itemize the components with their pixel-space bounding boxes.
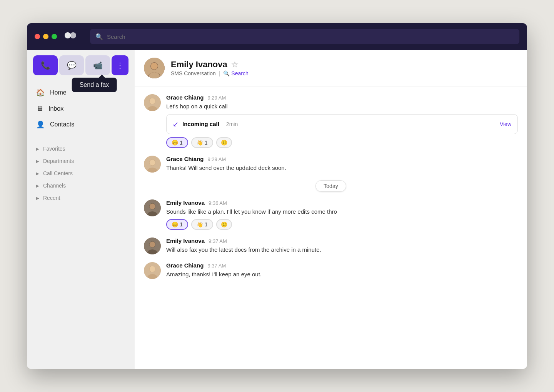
message-group: Grace Chiang 9:29 AM Thanks! Will send o…	[144, 156, 518, 173]
add-reaction-button[interactable]: 🙂	[216, 219, 232, 230]
avatar	[144, 262, 161, 279]
app-logo	[65, 30, 78, 43]
message-group: Grace Chiang 9:29 AM Let's hop on a quic…	[144, 94, 518, 148]
svg-point-1	[70, 32, 76, 38]
messages-list: Grace Chiang 9:29 AM Let's hop on a quic…	[135, 86, 527, 369]
reaction-smile[interactable]: 😊 1	[166, 137, 188, 148]
message-header: Grace Chiang 9:29 AM	[166, 156, 518, 162]
svg-point-0	[65, 32, 71, 38]
chevron-icon: ▶	[36, 184, 39, 188]
date-badge: Today	[315, 180, 346, 192]
reactions: 😊 1 👋 1 🙂	[166, 137, 518, 148]
global-search-bar[interactable]: 🔍	[90, 29, 519, 44]
sidebar-recent[interactable]: ▶ Recent	[36, 192, 125, 204]
phone-tab-button[interactable]: 📞	[33, 55, 58, 75]
chevron-icon: ▶	[36, 147, 39, 151]
svg-point-26	[150, 266, 155, 272]
message-content: Emily Ivanova 9:37 AM Will also fax you …	[166, 238, 518, 254]
view-call-link[interactable]: View	[500, 121, 511, 127]
minimize-button[interactable]	[43, 34, 48, 39]
chat-area: Emily Ivanova ☆ SMS Conversation | 🔍 Sea…	[135, 50, 527, 369]
sidebar-favorites[interactable]: ▶ Favorites	[36, 143, 125, 155]
avatar	[144, 238, 161, 254]
chat-search-link[interactable]: 🔍 Search	[223, 70, 248, 76]
chat-header-info: Emily Ivanova ☆ SMS Conversation | 🔍 Sea…	[171, 60, 518, 76]
close-button[interactable]	[35, 34, 40, 39]
chat-header: Emily Ivanova ☆ SMS Conversation | 🔍 Sea…	[135, 50, 527, 86]
sidebar-item-inbox[interactable]: 🖥 Inbox	[27, 101, 135, 116]
svg-point-10	[150, 98, 155, 104]
message-header: Emily Ivanova 9:37 AM	[166, 238, 518, 244]
sidebar-call-centers[interactable]: ▶ Call Centers	[36, 167, 125, 179]
divider: |	[219, 70, 220, 76]
message-header: Grace Chiang 9:29 AM	[166, 94, 518, 101]
svg-point-14	[150, 159, 155, 165]
reactions: 😊 1 👋 1 🙂	[166, 219, 518, 230]
message-header: Grace Chiang 9:37 AM	[166, 262, 518, 269]
sidebar: 📞 💬 📹 ⋮ Send a fax 🏠	[27, 50, 135, 369]
main-layout: 📞 💬 📹 ⋮ Send a fax 🏠	[27, 50, 527, 369]
inbox-icon: 🖥	[36, 105, 43, 113]
message-content: Grace Chiang 9:29 AM Let's hop on a quic…	[166, 94, 518, 148]
avatar	[144, 94, 161, 111]
avatar	[144, 199, 161, 216]
sidebar-departments[interactable]: ▶ Departments	[36, 155, 125, 167]
svg-point-5	[151, 63, 158, 70]
chevron-icon: ▶	[36, 196, 39, 200]
send-fax-tooltip: Send a fax	[72, 78, 117, 92]
message-text: Will also fax you the latest docs from t…	[166, 246, 518, 254]
chevron-icon: ▶	[36, 159, 39, 163]
incoming-call-card: ↙ Incoming call 2min View	[166, 114, 518, 134]
search-icon: 🔍	[95, 33, 103, 40]
reaction-wave[interactable]: 👋 1	[191, 137, 213, 148]
search-icon: 🔍	[223, 70, 230, 76]
contacts-icon: 👤	[36, 120, 45, 129]
contact-avatar	[144, 58, 165, 78]
reaction-wave[interactable]: 👋 1	[191, 219, 213, 230]
sidebar-sections: ▶ Favorites ▶ Departments ▶ Call Centers…	[27, 136, 135, 207]
message-text: Let's hop on a quick call	[166, 102, 518, 111]
more-button[interactable]: ⋮	[112, 55, 128, 75]
message-text: Sounds like like a plan. I'll let you kn…	[166, 208, 518, 216]
message-icon: 💬	[67, 61, 77, 70]
reaction-smile[interactable]: 😊 1	[166, 219, 188, 230]
avatar	[144, 156, 161, 173]
message-content: Grace Chiang 9:29 AM Thanks! Will send o…	[166, 156, 518, 173]
video-tab-button[interactable]: 📹	[85, 55, 110, 75]
call-info: ↙ Incoming call 2min	[173, 120, 238, 128]
message-content: Grace Chiang 9:37 AM Amazing, thanks! I'…	[166, 262, 518, 279]
svg-point-22	[150, 242, 155, 247]
call-icon: ↙	[173, 120, 179, 128]
message-content: Emily Ivanova 9:36 AM Sounds like like a…	[166, 199, 518, 230]
sidebar-item-contacts[interactable]: 👤 Contacts	[27, 116, 135, 133]
favorite-star-icon[interactable]: ☆	[231, 60, 238, 69]
home-icon: 🏠	[36, 88, 45, 97]
message-header: Emily Ivanova 9:36 AM	[166, 199, 518, 206]
maximize-button[interactable]	[52, 34, 57, 39]
message-tab-button[interactable]: 💬	[59, 55, 84, 75]
message-group: Grace Chiang 9:37 AM Amazing, thanks! I'…	[144, 262, 518, 279]
contact-name: Emily Ivanova ☆	[171, 60, 518, 70]
phone-icon: 📞	[41, 61, 50, 70]
message-text: Thanks! Will send over the updated deck …	[166, 164, 518, 173]
video-icon: 📹	[93, 61, 103, 70]
add-reaction-button[interactable]: 🙂	[216, 137, 232, 148]
sidebar-channels[interactable]: ▶ Channels	[36, 179, 125, 192]
global-search-input[interactable]	[107, 33, 514, 40]
traffic-lights	[35, 34, 57, 39]
app-window: 🔍 📞 💬 📹 ⋮	[27, 23, 527, 369]
message-group: Emily Ivanova 9:37 AM Will also fax you …	[144, 238, 518, 254]
titlebar: 🔍	[27, 23, 527, 50]
date-separator: Today	[144, 180, 518, 192]
more-icon: ⋮	[116, 61, 124, 70]
chat-subtitle: SMS Conversation | 🔍 Search	[171, 70, 518, 76]
svg-point-18	[150, 203, 155, 209]
sidebar-toolbar: 📞 💬 📹 ⋮ Send a fax	[27, 50, 135, 81]
message-text: Amazing, thanks! I'll keep an eye out.	[166, 270, 518, 279]
chevron-icon: ▶	[36, 171, 39, 176]
message-group: Emily Ivanova 9:36 AM Sounds like like a…	[144, 199, 518, 230]
